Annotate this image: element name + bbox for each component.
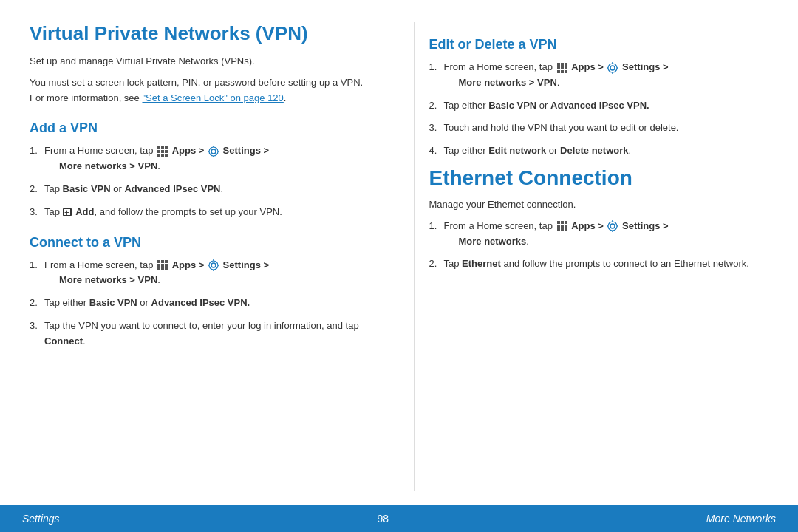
more-networks-vpn: More networks > VPN (59, 160, 157, 171)
footer: Settings 98 More Networks (0, 505, 798, 532)
footer-page-number: 98 (377, 513, 389, 525)
svg-point-55 (608, 222, 617, 231)
settings-label: Settings > (223, 145, 270, 156)
screen-lock-link[interactable]: "Set a Screen Lock" on page 120 (142, 92, 283, 103)
settings-icon (607, 62, 618, 74)
svg-rect-53 (565, 228, 567, 231)
list-item: 4. Tap either Edit network or Delete net… (429, 143, 769, 159)
svg-point-25 (209, 261, 218, 270)
svg-rect-38 (565, 70, 567, 73)
ethernet-title: Ethernet Connection (429, 166, 769, 190)
intro-text-2: You must set a screen lock pattern, PIN,… (30, 75, 369, 106)
svg-rect-47 (565, 221, 567, 224)
svg-point-24 (211, 263, 216, 267)
list-item: 3. Tap + Add, and follow the prompts to … (30, 205, 369, 220)
list-item: 1. From a Home screen, tap Apps > Settin… (429, 60, 769, 91)
apps-icon (556, 220, 568, 232)
svg-rect-34 (561, 66, 564, 69)
svg-rect-31 (561, 63, 564, 66)
svg-rect-19 (161, 264, 164, 267)
ethernet-list: 1. From a Home screen, tap Apps > Settin… (429, 219, 769, 272)
svg-point-40 (608, 64, 617, 72)
svg-rect-3 (157, 150, 160, 153)
svg-rect-22 (161, 267, 164, 270)
svg-rect-5 (165, 150, 168, 153)
svg-point-10 (209, 147, 218, 156)
apps-label: Apps > (172, 145, 205, 156)
svg-rect-35 (565, 66, 567, 69)
add-vpn-list: 1. From a Home screen, tap Apps > Settin… (30, 143, 369, 219)
list-item: 1. From a Home screen, tap Apps > Settin… (30, 258, 369, 289)
list-item: 1. From a Home screen, tap Apps > Settin… (30, 143, 369, 174)
svg-rect-45 (557, 221, 560, 224)
connect-vpn-list: 1. From a Home screen, tap Apps > Settin… (30, 258, 369, 349)
svg-rect-6 (157, 154, 160, 157)
svg-rect-20 (165, 264, 168, 267)
svg-rect-46 (561, 221, 564, 224)
list-item: 3. Touch and hold the VPN that you want … (429, 120, 769, 136)
list-item: 2. Tap Basic VPN or Advanced IPsec VPN. (30, 182, 369, 197)
settings-icon (208, 146, 219, 157)
svg-rect-23 (165, 267, 168, 270)
settings-icon (208, 259, 219, 271)
list-item: 2. Tap either Basic VPN or Advanced IPse… (429, 98, 769, 114)
list-item: 3. Tap the VPN you want to connect to, e… (30, 318, 369, 349)
svg-rect-33 (557, 66, 560, 69)
svg-rect-4 (161, 150, 164, 153)
svg-rect-51 (557, 228, 560, 231)
svg-rect-52 (561, 228, 564, 231)
svg-point-9 (211, 149, 216, 154)
intro-text-1: Set up and manage Virtual Private Networ… (30, 54, 369, 69)
left-column: Virtual Private Networks (VPN) Set up an… (30, 22, 384, 491)
list-item: 1. From a Home screen, tap Apps > Settin… (429, 219, 769, 250)
connect-vpn-title: Connect to a VPN (30, 235, 369, 250)
svg-rect-36 (557, 70, 560, 73)
svg-rect-30 (557, 63, 560, 66)
svg-rect-18 (157, 264, 160, 267)
list-item: 2. Tap Ethernet and follow the prompts t… (429, 256, 769, 272)
page-title: Virtual Private Networks (VPN) (30, 22, 369, 45)
svg-rect-32 (565, 63, 567, 66)
footer-left: Settings (22, 513, 60, 525)
apps-icon (556, 62, 568, 74)
list-item: 2. Tap either Basic VPN or Advanced IPse… (30, 296, 369, 311)
ethernet-intro: Manage your Ethernet connection. (429, 197, 769, 213)
add-vpn-title: Add a VPN (30, 120, 369, 136)
svg-rect-2 (165, 146, 168, 149)
edit-vpn-title: Edit or Delete a VPN (429, 37, 769, 52)
svg-rect-17 (165, 260, 168, 263)
edit-vpn-list: 1. From a Home screen, tap Apps > Settin… (429, 60, 769, 159)
apps-icon (157, 259, 168, 271)
add-plus-icon: + (63, 208, 72, 216)
svg-rect-49 (561, 225, 564, 228)
svg-rect-1 (161, 146, 164, 149)
svg-rect-15 (157, 260, 160, 263)
svg-rect-8 (165, 154, 168, 157)
svg-rect-0 (157, 146, 160, 149)
apps-icon (157, 146, 168, 157)
svg-rect-7 (161, 154, 164, 157)
svg-rect-48 (557, 225, 560, 228)
svg-point-39 (610, 66, 615, 70)
svg-rect-37 (561, 70, 564, 73)
settings-icon (607, 220, 618, 232)
svg-rect-21 (157, 267, 160, 270)
right-column: Edit or Delete a VPN 1. From a Home scre… (414, 22, 769, 491)
svg-rect-50 (565, 225, 567, 228)
svg-rect-16 (161, 260, 164, 263)
svg-point-54 (610, 224, 615, 228)
footer-right: More Networks (706, 513, 776, 525)
